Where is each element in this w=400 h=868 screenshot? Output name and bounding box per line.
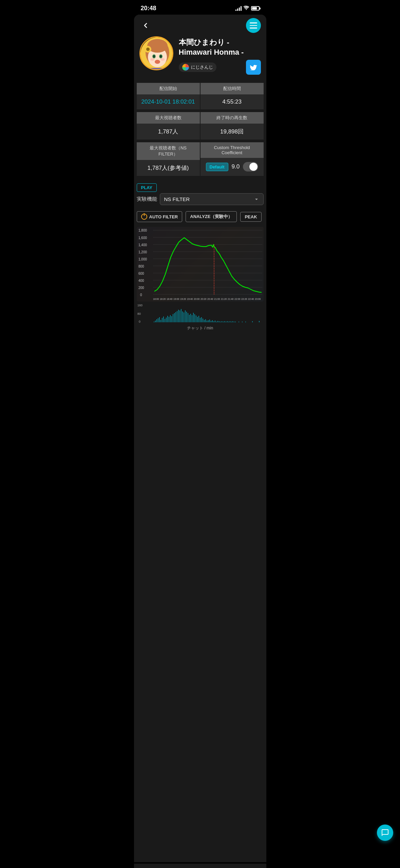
svg-rect-79: [185, 310, 186, 322]
svg-rect-58: [156, 319, 157, 322]
svg-text:600: 600: [138, 272, 144, 275]
svg-rect-110: [227, 321, 228, 322]
svg-rect-72: [175, 312, 176, 322]
svg-rect-80: [186, 312, 187, 322]
threshold-toggle[interactable]: [243, 162, 258, 171]
svg-rect-91: [201, 317, 202, 322]
status-bar: 20:48: [134, 0, 266, 15]
svg-rect-69: [171, 316, 172, 322]
svg-rect-64: [165, 319, 165, 322]
svg-rect-95: [207, 321, 207, 322]
svg-text:1,200: 1,200: [138, 250, 147, 254]
svg-rect-92: [203, 319, 203, 322]
profile-section: 本間ひまわり - Himawari Honma - にじさんじ: [134, 36, 266, 80]
chat-label: チャット / min: [137, 325, 264, 331]
svg-text:23:00: 23:00: [255, 298, 261, 300]
svg-rect-57: [155, 321, 156, 322]
svg-text:200: 200: [138, 286, 144, 290]
svg-rect-119: [245, 322, 246, 322]
svg-rect-118: [242, 322, 243, 322]
svg-rect-93: [204, 320, 205, 322]
default-badge: Default: [206, 163, 228, 171]
svg-text:1,000: 1,000: [138, 257, 147, 261]
svg-text:18:00: 18:00: [153, 298, 159, 300]
auto-filter-button[interactable]: AUTO FILTER: [137, 211, 183, 222]
svg-rect-98: [211, 321, 211, 322]
svg-rect-77: [182, 311, 183, 322]
svg-text:800: 800: [138, 265, 144, 268]
nijisanji-icon: [182, 64, 189, 71]
svg-rect-56: [154, 322, 154, 322]
top-bar: [134, 15, 266, 36]
stream-start-value: 2024-10-01 18:02:01: [137, 94, 200, 109]
svg-rect-105: [220, 322, 221, 322]
svg-text:20:20: 20:20: [201, 298, 207, 300]
svg-rect-86: [194, 314, 195, 322]
ns-filter-row: 実験機能 NS FILTER: [134, 192, 266, 208]
browser-bottom-bar: 🔒 vrabi.net: [134, 864, 266, 868]
play-button[interactable]: PLAY: [137, 183, 157, 192]
svg-rect-94: [205, 319, 206, 322]
main-chart: 1,800 1,600 1,400 1,200 1,000 800 600 40…: [137, 227, 264, 302]
svg-text:20:40: 20:40: [207, 298, 213, 300]
svg-rect-76: [181, 309, 182, 322]
signal-bars-icon: [235, 6, 242, 11]
custom-threshold-label: Custom Threshold Coefficient: [201, 142, 264, 158]
svg-rect-87: [196, 315, 196, 322]
svg-rect-59: [158, 318, 158, 322]
svg-rect-66: [167, 316, 168, 322]
svg-text:22:20: 22:20: [241, 298, 247, 300]
svg-rect-115: [234, 322, 234, 322]
analyze-button[interactable]: ANALYZE（実験中）: [186, 211, 237, 222]
svg-text:21:00: 21:00: [214, 298, 220, 300]
svg-rect-71: [174, 313, 175, 322]
svg-rect-97: [209, 320, 210, 322]
svg-rect-89: [198, 316, 199, 322]
svg-rect-121: [259, 321, 260, 322]
peak-button[interactable]: PEAK: [240, 212, 261, 222]
back-button[interactable]: [139, 19, 152, 32]
chat-chart-svg: 160 80 0: [137, 303, 264, 323]
svg-rect-108: [224, 321, 225, 322]
svg-rect-120: [252, 321, 253, 322]
svg-text:160: 160: [137, 304, 142, 307]
svg-text:1,600: 1,600: [138, 236, 147, 240]
svg-rect-103: [217, 321, 218, 322]
svg-rect-78: [184, 312, 184, 322]
svg-rect-104: [219, 321, 220, 322]
exp-label: 実験機能: [137, 196, 157, 202]
svg-rect-101: [215, 321, 215, 322]
svg-text:22:40: 22:40: [248, 298, 254, 300]
svg-text:22:00: 22:00: [234, 298, 241, 300]
max-viewers-ns-value: 1,787人(参考値): [137, 160, 200, 176]
max-viewers-card: 最大視聴者数 1,787人: [137, 112, 200, 140]
svg-text:1,400: 1,400: [138, 243, 147, 247]
svg-rect-67: [169, 317, 169, 322]
stats-grid-bottom: 最大視聴者数（NS FILTER） 1,787人(参考値) Custom Thr…: [134, 142, 266, 176]
play-row: PLAY: [134, 179, 266, 192]
svg-text:19:20: 19:20: [180, 298, 186, 300]
ns-filter-select[interactable]: NS FILTER: [160, 193, 264, 205]
svg-text:21:40: 21:40: [228, 298, 234, 300]
svg-rect-106: [222, 321, 222, 322]
svg-rect-70: [173, 314, 173, 322]
svg-point-10: [153, 55, 155, 58]
svg-rect-111: [228, 322, 229, 322]
stats-grid-top: 配信開始 2024-10-01 18:02:01 配信時間 4:55:23: [134, 83, 266, 109]
svg-rect-96: [208, 320, 209, 322]
svg-rect-113: [231, 322, 232, 322]
svg-rect-73: [177, 311, 177, 322]
svg-rect-100: [213, 321, 214, 322]
svg-text:18:20: 18:20: [160, 298, 166, 300]
svg-rect-112: [230, 321, 230, 322]
threshold-value-row: Default 9.0: [201, 158, 264, 176]
chart-svg: 1,800 1,600 1,400 1,200 1,000 800 600 40…: [137, 227, 264, 302]
menu-button[interactable]: [246, 18, 261, 33]
profile-info: 本間ひまわり - Himawari Honma - にじさんじ: [179, 36, 261, 75]
svg-rect-84: [192, 315, 192, 322]
svg-rect-82: [189, 315, 190, 322]
svg-rect-99: [212, 320, 213, 322]
twitter-button[interactable]: [246, 60, 261, 75]
max-viewers-ns-card: 最大視聴者数（NS FILTER） 1,787人(参考値): [137, 142, 200, 176]
svg-rect-65: [166, 318, 167, 322]
